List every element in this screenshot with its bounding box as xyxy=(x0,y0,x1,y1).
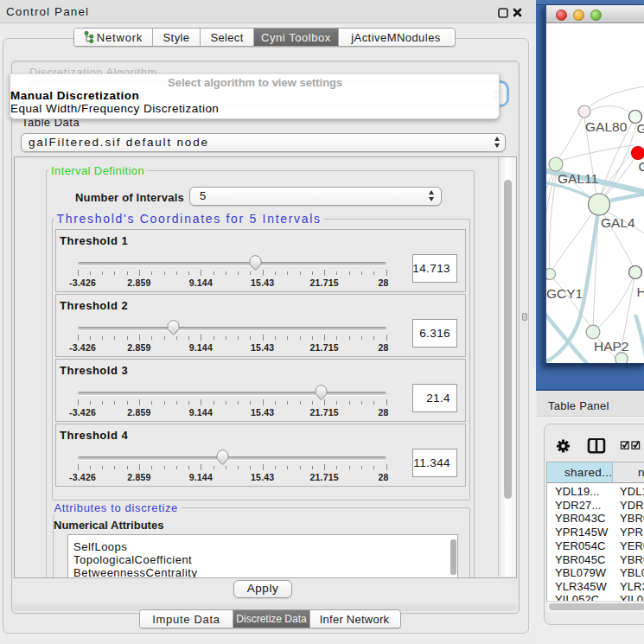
svg-text:CO: CO xyxy=(639,159,644,174)
svg-text:GA: GA xyxy=(637,121,644,136)
svg-text:HAP2: HAP2 xyxy=(594,339,629,354)
svg-text:HA: HA xyxy=(637,284,644,299)
svg-text:GAL11: GAL11 xyxy=(558,171,598,186)
svg-text:GAL80: GAL80 xyxy=(585,119,628,134)
svg-text:GAL4: GAL4 xyxy=(601,215,635,230)
svg-text:GCY1: GCY1 xyxy=(546,286,583,301)
